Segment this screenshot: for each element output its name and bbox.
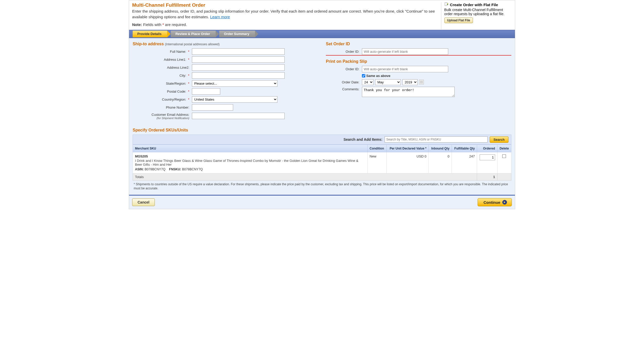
packing-slip-title: Print on Packing Slip bbox=[326, 59, 511, 64]
continue-button[interactable]: Continue bbox=[478, 198, 512, 206]
flat-file-desc: Bulk create Multi-Channel Fulfillment or… bbox=[444, 8, 512, 16]
svg-point-1 bbox=[447, 3, 448, 4]
upload-flat-file-button[interactable]: Upload Flat File bbox=[444, 17, 473, 23]
row-ordered-input[interactable] bbox=[480, 154, 495, 160]
packing-order-id-label: Order ID: bbox=[326, 67, 362, 71]
set-order-id-title: Set Order ID bbox=[326, 42, 511, 46]
shipto-title: Ship-to address (International postal ad… bbox=[133, 42, 318, 46]
step-review-place-order[interactable]: Review & Place Order bbox=[171, 31, 216, 37]
city-label: City: * bbox=[133, 74, 192, 77]
email-label: Customer Email Address: (for Shipment No… bbox=[133, 112, 192, 120]
phone-input[interactable] bbox=[192, 104, 233, 111]
order-date-month[interactable]: May bbox=[375, 79, 401, 85]
search-add-label: Search and Add Items: bbox=[343, 137, 382, 142]
col-fulfillable-qty: Fulfillable Qty bbox=[452, 145, 477, 152]
items-table: Merchant SKU Condition Per Unit Declared… bbox=[133, 145, 511, 181]
postal-input[interactable] bbox=[192, 88, 220, 95]
col-condition: Condition bbox=[367, 145, 387, 152]
address2-input[interactable] bbox=[192, 64, 285, 71]
step-order-summary[interactable]: Order Summary bbox=[219, 31, 255, 37]
row-desc: I Drink and I Know Things Beer Glass & W… bbox=[135, 159, 365, 166]
postal-label: Postal Code: * bbox=[133, 90, 192, 93]
totals-label: Totals bbox=[133, 173, 477, 180]
flat-file-icon bbox=[444, 2, 448, 7]
row-condition: New bbox=[367, 152, 387, 173]
city-input[interactable] bbox=[192, 72, 285, 79]
arrow-right-icon bbox=[502, 200, 507, 205]
table-row: MG5205 I Drink and I Know Things Beer Gl… bbox=[133, 152, 511, 173]
col-ordered: Ordered bbox=[477, 145, 497, 152]
order-date-day[interactable]: 24 bbox=[362, 79, 374, 85]
declaration-footnote: * Shipments to countries outside of the … bbox=[133, 181, 511, 194]
row-inbound: 0 bbox=[429, 152, 452, 173]
col-delete: Delete bbox=[497, 145, 511, 152]
skus-title: Specify Ordered SKUs/Units bbox=[133, 128, 511, 133]
flat-file-title: Create Order with Flat File bbox=[450, 3, 498, 7]
address1-label: Address Line1: * bbox=[133, 58, 192, 61]
row-msku: MG5205 bbox=[135, 154, 365, 158]
email-input[interactable] bbox=[192, 113, 285, 119]
step-bar: Provide Details Review & Place Order Ord… bbox=[129, 30, 515, 38]
comments-label: Comments: bbox=[326, 87, 362, 91]
intro-text: Enter the shipping address, order ID, an… bbox=[132, 9, 435, 19]
row-ids: ASIN: B078BCNY7Q FNSKU: B078BCNY7Q bbox=[135, 168, 365, 171]
required-note: Note: Fields with * are required. bbox=[132, 22, 436, 27]
state-select[interactable]: Please select... bbox=[192, 80, 277, 87]
svg-rect-0 bbox=[445, 3, 447, 6]
full-name-input[interactable] bbox=[192, 48, 285, 55]
col-declared-value: Per Unit Declared Value * bbox=[387, 145, 429, 152]
row-declared: USD 0 bbox=[387, 152, 429, 173]
same-as-above-checkbox[interactable] bbox=[362, 74, 365, 77]
order-id-label: Order ID: bbox=[326, 50, 362, 54]
phone-label: Phone Number: bbox=[133, 105, 192, 109]
order-id-input[interactable] bbox=[362, 48, 448, 55]
country-label: Country/Region: * bbox=[133, 98, 192, 101]
totals-value: 1 bbox=[477, 173, 497, 180]
order-date-label: Order Date: bbox=[326, 80, 362, 84]
state-label: State/Region: * bbox=[133, 82, 192, 85]
full-name-label: Full Name: * bbox=[133, 50, 192, 54]
cancel-button[interactable]: Cancel bbox=[132, 198, 155, 206]
address2-label: Address Line2: bbox=[133, 66, 192, 69]
learn-more-link[interactable]: Learn more bbox=[210, 15, 230, 19]
row-delete-checkbox[interactable] bbox=[502, 154, 506, 158]
page-title: Multi-Channel Fulfillment Order bbox=[132, 2, 436, 8]
same-as-above-label: Same as above bbox=[366, 74, 391, 78]
address1-input[interactable] bbox=[192, 56, 285, 63]
search-items-input[interactable] bbox=[385, 136, 488, 143]
comments-textarea[interactable]: Thank you for your order! bbox=[362, 87, 455, 97]
search-button[interactable]: Search bbox=[490, 136, 509, 143]
row-fulfillable: 247 bbox=[452, 152, 477, 173]
order-date-year[interactable]: 2019 bbox=[402, 79, 418, 85]
col-merchant-sku: Merchant SKU bbox=[133, 145, 368, 152]
country-select[interactable]: United States bbox=[192, 96, 277, 103]
col-inbound-qty: Inbound Qty bbox=[429, 145, 452, 152]
page-intro: Enter the shipping address, order ID, an… bbox=[132, 8, 436, 20]
step-provide-details[interactable]: Provide Details bbox=[133, 31, 167, 37]
calendar-icon[interactable] bbox=[419, 80, 424, 84]
packing-order-id-input[interactable] bbox=[362, 66, 448, 72]
